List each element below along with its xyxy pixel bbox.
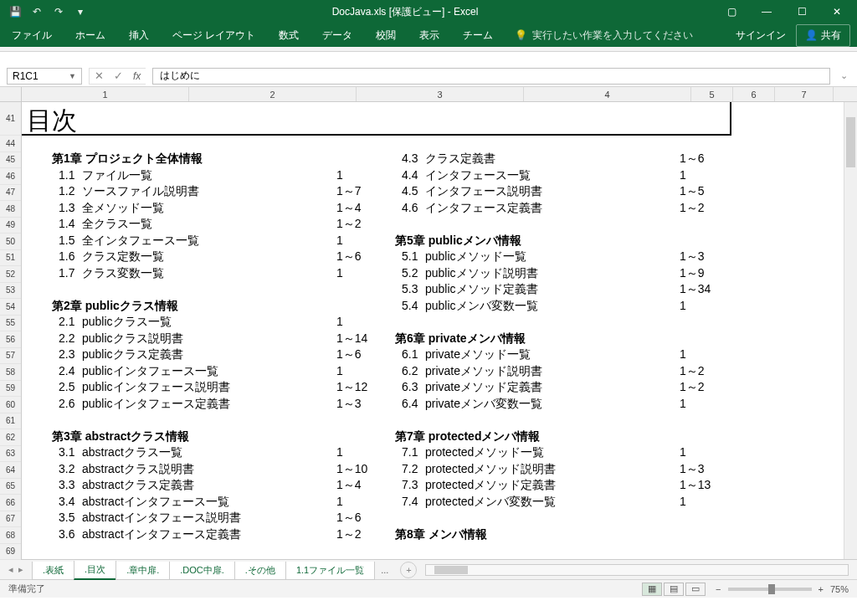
row-header[interactable]: 47 — [0, 185, 21, 202]
toc-entry: 3.6abstractインタフェース定義書1～2 — [52, 526, 387, 543]
chapter-heading: 第5章 publicメンバ情報 — [395, 233, 730, 249]
view-page-layout-icon[interactable]: ▤ — [664, 583, 684, 596]
sheet-tab[interactable]: .その他 — [234, 562, 286, 580]
sign-in[interactable]: サインイン — [726, 28, 796, 43]
save-icon[interactable]: 💾 — [8, 5, 22, 18]
row-header[interactable]: 52 — [0, 266, 21, 283]
row-header[interactable]: 46 — [0, 168, 21, 185]
ribbon-tab[interactable]: ホーム — [64, 23, 117, 47]
title-border — [22, 102, 731, 136]
row-header[interactable]: 58 — [0, 364, 21, 381]
row-header[interactable]: 67 — [0, 511, 21, 528]
column-header[interactable]: 2 — [189, 87, 357, 101]
row-header[interactable]: 68 — [0, 527, 21, 544]
blank-row — [395, 314, 730, 331]
ribbon-tab[interactable]: データ — [310, 23, 364, 47]
toc-entry: 6.2privateメソッド説明書1～2 — [395, 363, 730, 380]
row-header[interactable]: 65 — [0, 479, 21, 495]
row-header[interactable]: 49 — [0, 218, 21, 234]
row-header[interactable]: 64 — [0, 462, 21, 479]
blank-row — [395, 412, 730, 429]
row-header[interactable]: 54 — [0, 299, 21, 316]
row-header[interactable]: 56 — [0, 331, 21, 348]
zoom-level[interactable]: 75% — [830, 584, 849, 594]
hscroll-thumb[interactable] — [434, 566, 468, 574]
view-normal-icon[interactable]: ▦ — [642, 583, 662, 596]
toc-entry: 4.6インタフェース定義書1～2 — [395, 200, 730, 217]
sheet-tab[interactable]: .表紙 — [32, 562, 74, 580]
zoom-knob[interactable] — [768, 584, 775, 594]
more-tabs[interactable]: ... — [374, 565, 395, 575]
toc-entry: 1.1ファイル一覧1 — [52, 167, 387, 184]
toc-entry: 2.4publicインタフェース一覧1 — [52, 363, 387, 380]
close-icon[interactable]: ✕ — [820, 2, 854, 22]
column-header[interactable]: 7 — [775, 87, 834, 101]
enter-icon[interactable]: ✓ — [114, 69, 123, 82]
status-bar: 準備完了 ▦ ▤ ▭ − + 75% — [0, 579, 857, 598]
row-header[interactable]: 69 — [0, 544, 21, 561]
sheet-tab[interactable]: .DOC中扉. — [169, 562, 235, 580]
sheet-tab[interactable]: .目次 — [74, 561, 116, 580]
ribbon-tab[interactable]: ページ レイアウト — [161, 23, 267, 47]
select-all-corner[interactable] — [0, 87, 22, 102]
sheet-tab[interactable]: .章中扉. — [115, 562, 170, 580]
chevron-down-icon[interactable]: ▼ — [69, 72, 76, 80]
row-header[interactable]: 55 — [0, 316, 21, 332]
toc-entry: 4.4インタフェース一覧1 — [395, 167, 730, 184]
row-header[interactable]: 41 — [0, 102, 21, 136]
zoom-in-icon[interactable]: + — [819, 584, 824, 594]
row-header[interactable]: 44 — [0, 136, 21, 152]
cancel-icon[interactable]: ✕ — [95, 69, 104, 82]
horizontal-scrollbar[interactable] — [425, 564, 849, 576]
toc-entry: 2.5publicインタフェース説明書1～12 — [52, 379, 387, 396]
row-header[interactable]: 59 — [0, 381, 21, 398]
column-header[interactable]: 1 — [22, 87, 189, 101]
row-header[interactable]: 50 — [0, 234, 21, 250]
row-header[interactable]: 45 — [0, 152, 21, 169]
fx-icon[interactable]: fx — [133, 70, 141, 82]
column-header[interactable]: 6 — [733, 87, 775, 101]
ribbon-tab[interactable]: チーム — [451, 23, 505, 47]
column-header[interactable]: 4 — [524, 87, 691, 101]
new-sheet-button[interactable]: + — [400, 562, 417, 578]
share-label: 共有 — [821, 28, 841, 43]
row-header[interactable]: 51 — [0, 250, 21, 267]
row-header[interactable]: 63 — [0, 446, 21, 463]
window-title: DocJava.xls [保護ビュー] - Excel — [95, 5, 715, 19]
share-button[interactable]: 👤 共有 — [796, 24, 850, 47]
ribbon-tab[interactable]: ファイル — [0, 23, 64, 47]
minimize-icon[interactable]: — — [750, 2, 783, 22]
maximize-icon[interactable]: ☐ — [785, 2, 819, 22]
formula-input[interactable]: はじめに — [152, 68, 830, 85]
ribbon: ファイルホーム挿入ページ レイアウト数式データ校閲表示チーム 💡 実行したい作業… — [0, 23, 857, 47]
undo-icon[interactable]: ↶ — [30, 5, 44, 18]
row-header[interactable]: 53 — [0, 283, 21, 300]
tab-nav-next-icon[interactable]: ▸ — [18, 564, 23, 575]
qat-dropdown-icon[interactable]: ▾ — [74, 5, 87, 18]
ribbon-tab[interactable]: 数式 — [267, 23, 310, 47]
ribbon-options-icon[interactable]: ▢ — [715, 2, 748, 22]
row-header[interactable]: 57 — [0, 348, 21, 365]
row-header[interactable]: 66 — [0, 495, 21, 511]
sheet-tab[interactable]: 1.1ファイル一覧 — [285, 562, 375, 580]
zoom-slider[interactable] — [728, 588, 812, 591]
column-header[interactable]: 3 — [357, 87, 524, 101]
row-header[interactable]: 48 — [0, 201, 21, 218]
sheet-area[interactable]: 目次 第1章 プロジェクト全体情報1.1ファイル一覧11.2ソースファイル説明書… — [22, 102, 857, 559]
scrollbar-thumb[interactable] — [846, 117, 855, 167]
ribbon-tab[interactable]: 挿入 — [117, 23, 161, 47]
row-header[interactable]: 60 — [0, 397, 21, 413]
name-box[interactable]: R1C1 ▼ — [7, 68, 82, 85]
tab-nav-first-icon[interactable]: ◂ — [8, 564, 13, 575]
view-page-break-icon[interactable]: ▭ — [685, 583, 706, 596]
vertical-scrollbar[interactable] — [844, 102, 857, 559]
ribbon-tab[interactable]: 表示 — [408, 23, 451, 47]
tell-me[interactable]: 💡 実行したい作業を入力してください — [505, 28, 703, 43]
formula-expand-icon[interactable]: ⌄ — [837, 70, 850, 81]
redo-icon[interactable]: ↷ — [52, 5, 65, 18]
row-header[interactable]: 62 — [0, 429, 21, 446]
ribbon-tab[interactable]: 校閲 — [364, 23, 408, 47]
zoom-out-icon[interactable]: − — [716, 584, 721, 594]
row-header[interactable]: 61 — [0, 413, 21, 430]
column-header[interactable]: 5 — [691, 87, 733, 101]
